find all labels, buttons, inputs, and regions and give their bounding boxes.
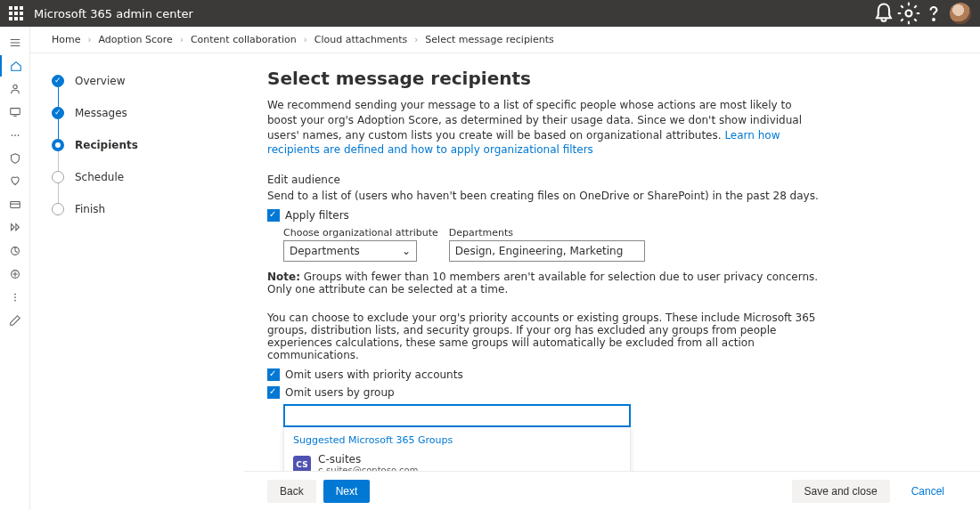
nav-rail bbox=[0, 27, 30, 510]
note-text: Note: Groups with fewer than 10 members … bbox=[267, 271, 837, 295]
svg-rect-7 bbox=[10, 202, 20, 208]
nav-toggle-icon[interactable] bbox=[0, 32, 30, 53]
step-recipients[interactable]: Recipients bbox=[52, 139, 244, 171]
dropdown-value: Departments bbox=[290, 245, 360, 257]
send-to-text: Send to a list of (users who haven't bee… bbox=[267, 190, 837, 202]
nav-users-icon[interactable] bbox=[0, 78, 30, 100]
breadcrumb: Home› Adoption Score› Content collaborat… bbox=[30, 27, 980, 53]
label-apply-filters: Apply filters bbox=[285, 209, 349, 222]
chevron-down-icon: ⌄ bbox=[402, 245, 411, 257]
next-button[interactable]: Next bbox=[323, 480, 371, 503]
step-dot bbox=[52, 171, 64, 183]
svg-point-11 bbox=[14, 296, 16, 298]
step-label: Messages bbox=[75, 107, 127, 119]
checkbox-omit-priority[interactable] bbox=[267, 368, 280, 381]
step-label: Overview bbox=[75, 75, 126, 87]
exclude-paragraph: You can choose to exclude your org's pri… bbox=[267, 312, 837, 361]
step-dot bbox=[52, 139, 64, 151]
note-label: Note: bbox=[267, 271, 300, 283]
nav-reports-icon[interactable] bbox=[0, 240, 30, 262]
svg-point-0 bbox=[906, 11, 912, 17]
nav-show-all-icon[interactable] bbox=[0, 287, 30, 308]
page-content: Select message recipients We recommend s… bbox=[244, 53, 980, 510]
step-label: Recipients bbox=[75, 139, 138, 151]
top-bar: Microsoft 365 admin center bbox=[0, 0, 980, 27]
nav-other-icon[interactable] bbox=[0, 263, 30, 285]
page-title: Select message recipients bbox=[267, 68, 957, 89]
page-intro: We recommend sending your message to a l… bbox=[267, 98, 820, 158]
label-choose-attribute: Choose organizational attribute bbox=[283, 227, 438, 239]
step-dot bbox=[52, 107, 64, 119]
step-overview[interactable]: Overview bbox=[52, 75, 244, 107]
notifications-icon[interactable] bbox=[871, 1, 896, 26]
wizard-footer: Back Next Save and close Cancel bbox=[244, 471, 980, 510]
nav-security-icon[interactable] bbox=[0, 148, 30, 169]
group-name: C-suites bbox=[318, 453, 418, 465]
nav-devices-icon[interactable] bbox=[0, 101, 30, 123]
label-departments: Departments bbox=[449, 227, 645, 239]
app-launcher-icon[interactable] bbox=[9, 6, 23, 20]
save-and-close-button[interactable]: Save and close bbox=[792, 480, 890, 503]
step-label: Schedule bbox=[75, 171, 124, 183]
note-body: Groups with fewer than 10 members aren't… bbox=[267, 271, 818, 295]
crumb-0[interactable]: Home bbox=[52, 34, 80, 45]
step-messages[interactable]: Messages bbox=[52, 107, 244, 139]
edit-audience-heading: Edit audience bbox=[267, 174, 837, 186]
step-dot bbox=[52, 203, 64, 215]
step-finish[interactable]: Finish bbox=[52, 203, 244, 215]
checkbox-apply-filters[interactable] bbox=[267, 209, 280, 222]
departments-value: Design, Engineering, Marketing bbox=[455, 245, 624, 257]
nav-edit-icon[interactable] bbox=[0, 310, 30, 331]
back-button[interactable]: Back bbox=[267, 480, 316, 503]
svg-point-5 bbox=[14, 134, 16, 136]
chevron-right-icon: › bbox=[414, 35, 418, 45]
checkbox-omit-group[interactable] bbox=[267, 386, 280, 399]
app-title: Microsoft 365 admin center bbox=[34, 7, 193, 20]
svg-point-10 bbox=[14, 294, 16, 295]
svg-point-1 bbox=[933, 19, 935, 20]
account-avatar[interactable] bbox=[950, 3, 971, 24]
help-icon[interactable] bbox=[921, 1, 946, 26]
crumb-3[interactable]: Cloud attachments bbox=[314, 34, 408, 45]
label-omit-group: Omit users by group bbox=[285, 386, 395, 399]
suggestion-header: Suggested Microsoft 365 Groups bbox=[284, 427, 630, 449]
crumb-1[interactable]: Adoption Score bbox=[98, 34, 172, 45]
group-search-field[interactable] bbox=[285, 406, 629, 425]
input-group-search[interactable] bbox=[283, 404, 631, 427]
svg-point-2 bbox=[12, 85, 16, 88]
cancel-button[interactable]: Cancel bbox=[899, 480, 957, 503]
chevron-right-icon: › bbox=[180, 35, 184, 45]
input-departments[interactable]: Design, Engineering, Marketing bbox=[449, 240, 645, 262]
dropdown-org-attribute[interactable]: Departments ⌄ bbox=[283, 240, 417, 262]
label-omit-priority: Omit users with priority accounts bbox=[285, 368, 463, 381]
svg-point-4 bbox=[11, 134, 12, 136]
nav-home-icon[interactable] bbox=[0, 55, 30, 77]
svg-rect-3 bbox=[10, 109, 20, 115]
step-label: Finish bbox=[75, 203, 105, 215]
nav-health-icon[interactable] bbox=[0, 171, 30, 192]
wizard-stepper: OverviewMessagesRecipientsScheduleFinish bbox=[30, 53, 244, 510]
crumb-2[interactable]: Content collaboration bbox=[191, 34, 297, 45]
settings-icon[interactable] bbox=[896, 1, 921, 26]
svg-point-6 bbox=[17, 134, 19, 136]
chevron-right-icon: › bbox=[304, 35, 307, 45]
nav-setup-icon[interactable] bbox=[0, 217, 30, 239]
step-dot bbox=[52, 75, 64, 87]
intro-text: We recommend sending your message to a l… bbox=[267, 99, 802, 142]
svg-point-12 bbox=[14, 300, 16, 302]
chevron-right-icon: › bbox=[87, 35, 91, 45]
nav-more-icon[interactable] bbox=[0, 125, 30, 146]
step-schedule[interactable]: Schedule bbox=[52, 171, 244, 203]
nav-billing-icon[interactable] bbox=[0, 194, 30, 215]
crumb-4: Select message recipients bbox=[425, 34, 553, 45]
